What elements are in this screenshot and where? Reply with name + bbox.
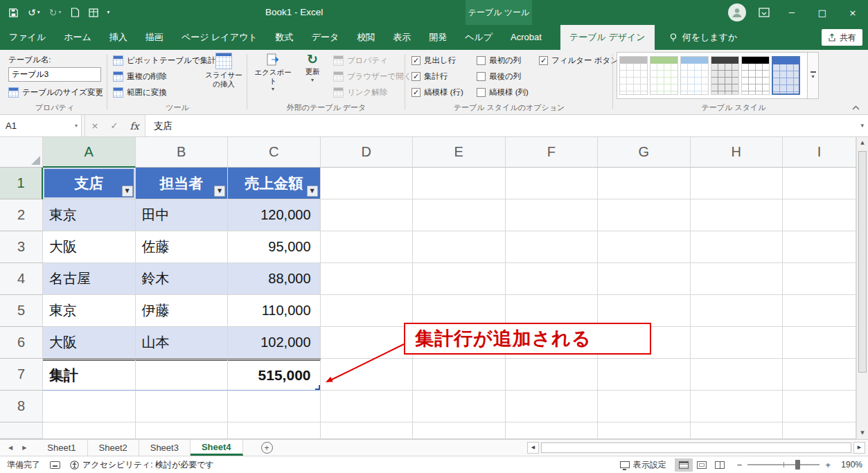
cell[interactable] (321, 327, 414, 359)
select-all-corner[interactable] (0, 137, 43, 168)
row-header-9[interactable] (0, 422, 43, 439)
sheet-tab-sheet3[interactable]: Sheet3 (139, 440, 191, 456)
sheet-nav-left-icon[interactable]: ◀ (8, 445, 12, 451)
display-settings-button[interactable]: 表示設定 (620, 459, 666, 471)
cell[interactable] (321, 422, 414, 439)
cell[interactable] (506, 422, 599, 439)
summarize-with-pivot-button[interactable]: ピボットテーブルで集計 (111, 53, 218, 67)
zoom-level[interactable]: 190% (836, 460, 862, 470)
cell-A6[interactable]: 大阪 (43, 327, 136, 359)
scroll-right-button[interactable]: ▶ (853, 442, 865, 454)
row-header-1[interactable]: 1 (0, 168, 43, 199)
tab-acrobat[interactable]: Acrobat (502, 25, 551, 50)
vertical-scrollbar[interactable]: ▲ ▼ (856, 137, 868, 439)
cell-C7[interactable]: 515,000 (228, 359, 321, 391)
tell-me-search[interactable]: 何をしますか (668, 25, 738, 50)
horizontal-scrollbar[interactable]: ◀ ▶ (527, 441, 865, 454)
cell[interactable] (228, 391, 321, 422)
banded-columns-checkbox[interactable] (477, 88, 486, 97)
cell[interactable] (413, 359, 506, 391)
header-row-checkbox[interactable] (411, 56, 420, 65)
cell[interactable] (506, 391, 599, 422)
cell[interactable] (691, 295, 783, 327)
tab-table-design[interactable]: テーブル デザイン (560, 25, 655, 50)
table-resize-handle[interactable] (315, 385, 321, 391)
column-header-A[interactable]: A (43, 137, 136, 168)
filter-button[interactable]: ▼ (122, 186, 133, 197)
customize-qat-button[interactable]: ▾ (107, 10, 110, 15)
sheet-tab-sheet1[interactable]: Sheet1 (36, 440, 87, 456)
first-column-checkbox[interactable] (477, 56, 486, 65)
column-header-I[interactable]: I (783, 137, 856, 168)
cell[interactable] (506, 359, 599, 391)
macro-record-icon[interactable] (50, 461, 60, 469)
accessibility-checker[interactable]: アクセシビリティ: 検討が必要です (70, 459, 214, 471)
cell[interactable] (783, 231, 856, 263)
tab-home[interactable]: ホーム (55, 25, 100, 50)
scroll-up-button[interactable]: ▲ (857, 137, 868, 149)
cell[interactable] (136, 391, 229, 422)
last-column-checkbox[interactable] (477, 72, 486, 81)
page-layout-view-button[interactable] (693, 458, 711, 472)
cell[interactable] (783, 263, 856, 295)
cell[interactable] (321, 391, 414, 422)
cell[interactable] (321, 263, 414, 295)
tab-review[interactable]: 校閲 (348, 25, 384, 50)
maximize-button[interactable]: □ (807, 0, 838, 25)
name-box[interactable]: A1 ▾ (0, 115, 82, 136)
banded-rows-checkbox[interactable] (411, 88, 420, 97)
cell[interactable] (43, 422, 136, 439)
cell[interactable] (691, 199, 783, 231)
cell-B5[interactable]: 伊藤 (136, 295, 229, 327)
minimize-button[interactable]: ─ (777, 0, 807, 25)
ribbon-display-options-button[interactable] (759, 8, 770, 17)
tab-data[interactable]: データ (303, 25, 348, 50)
cell-A3[interactable]: 大阪 (43, 231, 136, 263)
cell[interactable] (321, 359, 414, 391)
cell-B1[interactable]: 担当者▼ (136, 168, 229, 199)
cell-A4[interactable]: 名古屋 (43, 263, 136, 295)
cell-B2[interactable]: 田中 (136, 199, 229, 231)
cell[interactable] (598, 199, 691, 231)
column-header-D[interactable]: D (321, 137, 414, 168)
cell[interactable] (783, 199, 856, 231)
cell[interactable] (413, 263, 506, 295)
cell[interactable] (598, 231, 691, 263)
cell-C4[interactable]: 88,000 (228, 263, 321, 295)
cell-B6[interactable]: 山本 (136, 327, 229, 359)
column-header-H[interactable]: H (691, 137, 783, 168)
filter-button-checkbox[interactable] (539, 56, 548, 65)
cell-B3[interactable]: 佐藤 (136, 231, 229, 263)
tab-formulas[interactable]: 数式 (267, 25, 303, 50)
option-last-column[interactable]: 最後の列 (477, 71, 521, 82)
cell[interactable] (783, 295, 856, 327)
vertical-scrollbar-thumb[interactable] (858, 151, 867, 373)
cell-C1[interactable]: 売上金額▼ (228, 168, 321, 199)
horizontal-scrollbar-thumb[interactable] (541, 443, 851, 453)
zoom-out-button[interactable]: − (737, 460, 743, 470)
cell[interactable] (691, 263, 783, 295)
cell[interactable] (321, 295, 414, 327)
tab-view[interactable]: 表示 (384, 25, 420, 50)
tab-developer[interactable]: 開発 (420, 25, 456, 50)
close-button[interactable]: × (838, 0, 868, 25)
cell[interactable] (691, 391, 783, 422)
filter-button[interactable]: ▼ (214, 186, 225, 197)
cell[interactable] (321, 231, 414, 263)
expand-formula-bar-icon[interactable]: ▾ (860, 123, 864, 129)
formula-input[interactable]: 支店 ▾ (145, 115, 868, 136)
cell[interactable] (783, 391, 856, 422)
cell-A2[interactable]: 東京 (43, 199, 136, 231)
option-first-column[interactable]: 最初の列 (477, 55, 521, 66)
row-header-5[interactable]: 5 (0, 295, 43, 327)
sheet-nav-right-icon[interactable]: ▶ (22, 445, 26, 451)
cell[interactable] (136, 422, 229, 439)
cell[interactable] (413, 391, 506, 422)
cell[interactable] (506, 168, 599, 199)
convert-to-range-button[interactable]: 範囲に変換 (111, 85, 169, 99)
cell-A7[interactable]: 集計 (43, 359, 136, 391)
cell-B4[interactable]: 鈴木 (136, 263, 229, 295)
cell-A1[interactable]: 支店▼ (43, 168, 136, 199)
tab-page-layout[interactable]: ページ レイアウト (172, 25, 267, 50)
sheet-tab-sheet4-active[interactable]: Sheet4 (191, 440, 243, 456)
